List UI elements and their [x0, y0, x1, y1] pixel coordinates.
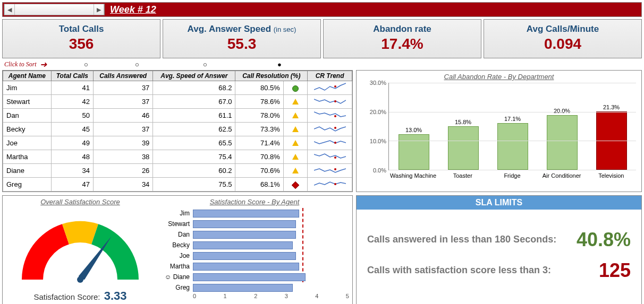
- radio-avg-speed[interactable]: ○: [203, 60, 207, 68]
- kpi-value: 0.094: [486, 36, 639, 53]
- agent-bar-label: Stewart: [160, 220, 193, 228]
- agent-bar-label: Dan: [160, 231, 193, 238]
- cell-answered: 37: [94, 123, 153, 136]
- bar-fill: [193, 252, 296, 260]
- cell-trend: [308, 109, 352, 123]
- cell-indicator: [283, 136, 307, 150]
- arrow-right-icon: ➜: [40, 59, 47, 70]
- cell-trend: [308, 178, 352, 192]
- cell-trend: [308, 95, 352, 109]
- cell-indicator: [283, 109, 307, 123]
- col-cr-trend[interactable]: CR Trend: [308, 71, 352, 81]
- kpi-title: Total Calls: [59, 24, 104, 34]
- col-avg-speed[interactable]: Avg. Speed of Answer: [153, 71, 235, 81]
- cell-agent-name: Becky: [3, 123, 52, 136]
- cell-total: 41: [51, 81, 93, 95]
- cell-resolution: 70.6%: [235, 164, 283, 178]
- col-agent-name[interactable]: Agent Name: [3, 71, 52, 81]
- cell-answered: 38: [94, 150, 153, 164]
- svg-point-5: [334, 157, 336, 159]
- cell-total: 48: [51, 150, 93, 164]
- agent-satisfaction-bars: Satisfaction Score - By Agent JimStewart…: [160, 198, 349, 303]
- sla-row2-text: Calls with satisfaction score less than …: [367, 265, 599, 276]
- agent-bar-label: Greg: [160, 284, 193, 291]
- radio-total-calls[interactable]: ○: [84, 60, 88, 68]
- cell-trend: [308, 164, 352, 178]
- cell-resolution: 78.6%: [235, 95, 283, 109]
- sparkline-icon: [314, 110, 346, 119]
- yellow-indicator-icon: [292, 112, 299, 118]
- cell-speed: 67.0: [153, 95, 235, 109]
- x-category-label: Air Conditioner: [538, 172, 586, 179]
- bar-value-label: 17.1%: [497, 116, 529, 122]
- agent-bars-x-axis: 012345: [193, 293, 349, 299]
- sort-hint-text: Click to Sort: [4, 60, 37, 68]
- bar-fill: [193, 263, 299, 271]
- spinner-track[interactable]: [15, 4, 94, 15]
- kpi-avg-answer-speed: Avg. Answer Speed (in sec) 55.3: [163, 19, 321, 58]
- cell-total: 45: [51, 123, 93, 136]
- y-tick-label: 30.0%: [370, 80, 386, 86]
- col-calls-answered[interactable]: Calls Answered: [94, 71, 153, 81]
- agent-bar-label: Martha: [160, 263, 193, 270]
- cell-resolution: 78.0%: [235, 109, 283, 123]
- x-category-label: Washing Machine: [389, 172, 437, 179]
- kpi-avg-calls-per-minute: Avg Calls/Minute 0.094: [484, 19, 642, 58]
- cell-speed: 61.1: [153, 109, 235, 123]
- week-label: Week # 12: [110, 3, 156, 16]
- agent-table-panel: Agent Name Total Calls Calls Answered Av…: [2, 70, 353, 192]
- agent-bar-label: Joe: [160, 252, 193, 259]
- agent-bar-row: Dan: [160, 229, 349, 240]
- cell-answered: 34: [94, 178, 153, 192]
- col-total-calls[interactable]: Total Calls: [51, 71, 93, 81]
- table-row: Becky453762.573.3%: [3, 123, 352, 136]
- yellow-indicator-icon: [292, 140, 299, 146]
- gauge-title: Overall Satisfaction Score: [6, 198, 155, 206]
- y-tick-label: 20.0%: [370, 109, 386, 115]
- cell-answered: 37: [94, 81, 153, 95]
- kpi-title: Avg. Answer Speed: [188, 24, 271, 34]
- table-row: Joe493965.571.4%: [3, 136, 352, 150]
- cell-resolution: 70.8%: [235, 150, 283, 164]
- sparkline-icon: [314, 96, 346, 106]
- cell-trend: [308, 123, 352, 136]
- kpi-value: 356: [5, 36, 158, 53]
- cell-resolution: 73.3%: [235, 123, 283, 136]
- sparkline-icon: [314, 137, 346, 147]
- cell-answered: 37: [94, 95, 153, 109]
- cell-indicator: [283, 178, 307, 192]
- radio-call-resolution[interactable]: ●: [277, 60, 282, 68]
- kpi-value: 55.3: [165, 36, 318, 53]
- cell-speed: 62.5: [153, 123, 235, 136]
- cell-agent-name: Diane: [3, 164, 52, 178]
- agent-bar-label: Becky: [160, 241, 193, 249]
- agent-bar-row: ☺ Diane: [160, 272, 349, 282]
- cell-indicator: [283, 164, 307, 178]
- x-category-label: Television: [587, 172, 635, 179]
- agent-bar-row: Joe: [160, 250, 349, 261]
- spinner-next[interactable]: ▶: [94, 4, 104, 15]
- bar-value-label: 20.0%: [546, 108, 578, 114]
- bar-fill: [193, 210, 299, 218]
- bar-value-label: 15.8%: [447, 119, 479, 125]
- x-tick-label: 5: [346, 293, 349, 299]
- cell-answered: 39: [94, 136, 153, 150]
- x-tick-label: 4: [315, 293, 318, 299]
- spinner-prev[interactable]: ◀: [4, 4, 15, 15]
- abandon-plot: 13.0%15.8%17.1%20.0%21.3%: [388, 83, 636, 170]
- x-tick-label: 1: [224, 293, 227, 299]
- gauge-score-label: Satisfaction Score:: [33, 292, 100, 301]
- cell-agent-name: Jim: [3, 81, 52, 95]
- bar-value-label: 13.0%: [398, 127, 430, 133]
- bar-track: [193, 284, 349, 292]
- week-spinner[interactable]: ◀ ▶: [4, 4, 105, 15]
- svg-point-1: [334, 100, 336, 102]
- kpi-total-calls: Total Calls 356: [2, 19, 160, 58]
- bar-track: [193, 241, 349, 249]
- table-row: Dan504661.178.0%: [3, 109, 352, 123]
- x-category-label: Toaster: [439, 172, 487, 179]
- radio-calls-answered[interactable]: ○: [135, 60, 139, 68]
- x-tick-label: 2: [254, 293, 257, 299]
- col-call-resolution[interactable]: Call Resolution (%): [235, 71, 308, 81]
- cell-indicator: [283, 150, 307, 164]
